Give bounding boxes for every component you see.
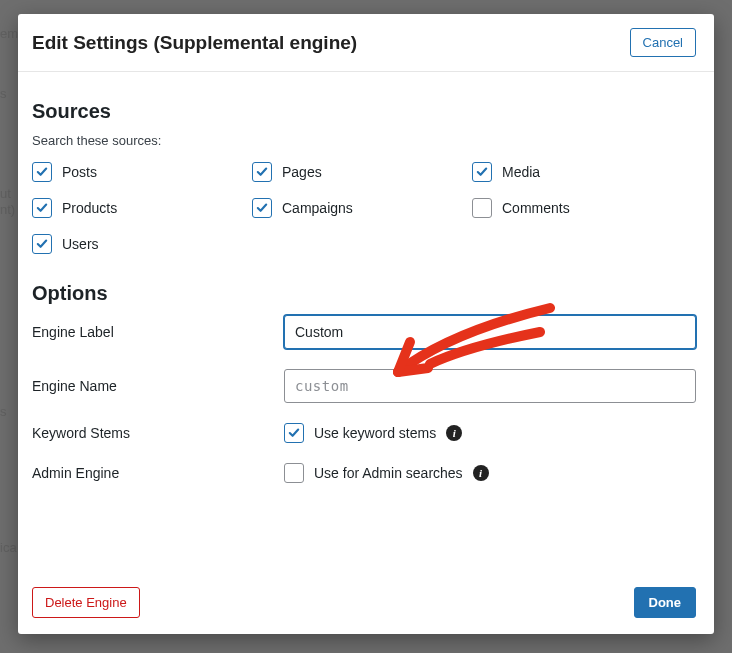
source-label: Comments [502, 200, 570, 216]
source-item: Users [32, 234, 242, 254]
info-icon[interactable]: i [446, 425, 462, 441]
source-checkbox[interactable] [472, 198, 492, 218]
source-item: Products [32, 198, 242, 218]
engine-name-row: Engine Name [32, 369, 696, 403]
engine-label-label: Engine Label [32, 324, 284, 340]
source-checkbox[interactable] [252, 198, 272, 218]
check-icon [35, 201, 49, 215]
keyword-stems-label: Keyword Stems [32, 425, 284, 441]
source-checkbox[interactable] [252, 162, 272, 182]
modal-footer: Delete Engine Done [18, 573, 714, 634]
options-heading: Options [32, 282, 696, 305]
source-label: Users [62, 236, 99, 252]
admin-engine-checkbox-label: Use for Admin searches [314, 465, 463, 481]
engine-label-input[interactable] [284, 315, 696, 349]
done-button[interactable]: Done [634, 587, 697, 618]
source-label: Media [502, 164, 540, 180]
cancel-button[interactable]: Cancel [630, 28, 696, 57]
delete-engine-button[interactable]: Delete Engine [32, 587, 140, 618]
sources-hint: Search these sources: [32, 133, 696, 148]
info-icon[interactable]: i [473, 465, 489, 481]
keyword-stems-checkbox[interactable] [284, 423, 304, 443]
engine-name-label: Engine Name [32, 378, 284, 394]
check-icon [475, 165, 489, 179]
modal-body: Sources Search these sources: PostsPages… [18, 72, 714, 573]
admin-engine-checkbox[interactable] [284, 463, 304, 483]
check-icon [287, 426, 301, 440]
source-label: Campaigns [282, 200, 353, 216]
keyword-stems-checkbox-label: Use keyword stems [314, 425, 436, 441]
modal-header: Edit Settings (Supplemental engine) Canc… [18, 14, 714, 72]
sources-heading: Sources [32, 100, 696, 123]
admin-engine-row: Admin Engine Use for Admin searches i [32, 463, 696, 483]
source-label: Pages [282, 164, 322, 180]
source-checkbox[interactable] [472, 162, 492, 182]
source-label: Products [62, 200, 117, 216]
check-icon [255, 165, 269, 179]
engine-label-row: Engine Label [32, 315, 696, 349]
source-checkbox[interactable] [32, 198, 52, 218]
engine-name-input[interactable] [284, 369, 696, 403]
source-checkbox[interactable] [32, 162, 52, 182]
source-item: Campaigns [252, 198, 462, 218]
source-item: Pages [252, 162, 462, 182]
edit-settings-modal: Edit Settings (Supplemental engine) Canc… [18, 14, 714, 634]
check-icon [35, 165, 49, 179]
source-checkbox[interactable] [32, 234, 52, 254]
source-item: Posts [32, 162, 242, 182]
source-item: Comments [472, 198, 696, 218]
source-label: Posts [62, 164, 97, 180]
modal-title: Edit Settings (Supplemental engine) [32, 32, 357, 54]
sources-grid: PostsPagesMediaProductsCampaignsComments… [32, 162, 696, 254]
check-icon [255, 201, 269, 215]
source-item: Media [472, 162, 696, 182]
check-icon [35, 237, 49, 251]
keyword-stems-row: Keyword Stems Use keyword stems i [32, 423, 696, 443]
admin-engine-label: Admin Engine [32, 465, 284, 481]
